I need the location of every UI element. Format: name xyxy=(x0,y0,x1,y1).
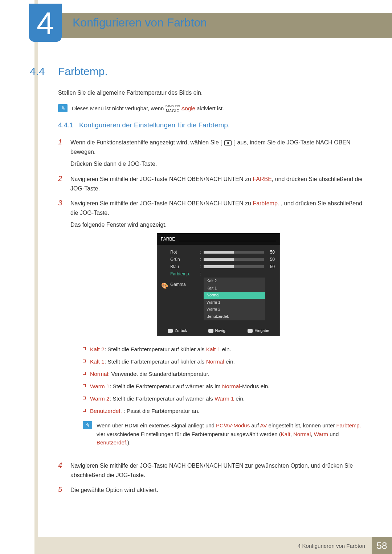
note1-pre: Dieses Menü ist nicht verfügbar, wenn xyxy=(72,105,166,111)
footer-text: 4 Konfigurieren von Farbton xyxy=(298,543,365,549)
osd-nav-button[interactable]: Navig. xyxy=(208,328,226,334)
page-number: 58 xyxy=(372,537,392,554)
step-1: Wenn die Funktionstastenhilfe angezeigt … xyxy=(70,138,367,169)
pcav-link[interactable]: PC/AV-Modus xyxy=(216,422,250,428)
step-4: Navigieren Sie mithilfe der JOG-Taste NA… xyxy=(70,461,367,480)
osd-row-label[interactable]: Farbtemp. xyxy=(170,271,200,278)
osd-back-button[interactable]: Zurück xyxy=(168,328,187,334)
osd-window: FARBE 🎨 Rot : 50 xyxy=(157,233,280,336)
note-icon: ✎ xyxy=(83,421,92,429)
bullet-icon xyxy=(83,347,86,350)
osd-title: FARBE xyxy=(161,236,175,243)
section-title: Farbtemp. xyxy=(58,65,108,78)
osd-row-label: Rot xyxy=(170,249,200,256)
option-kalt2: Kalt 2: Stellt die Farbtemperatur auf kü… xyxy=(90,345,231,354)
option-warm2: Warm 2: Stellt die Farbtemperatur auf wä… xyxy=(90,394,245,403)
option-warm1: Warm 1: Stellt die Farbtemperatur auf wä… xyxy=(90,382,270,391)
osd-value: 50 xyxy=(267,249,275,256)
subsection-number: 4.4.1 xyxy=(58,121,79,129)
bullet-icon xyxy=(83,397,86,399)
step-2: Navigieren Sie mithilfe der JOG-Taste NA… xyxy=(70,175,367,193)
palette-icon: 🎨 xyxy=(161,281,168,291)
step-number: 5 xyxy=(58,485,70,495)
step-number: 1 xyxy=(58,138,70,169)
osd-row-label: Grün xyxy=(170,256,200,263)
option-benutzerdef: Benutzerdef. : Passt die Farbtemperatur … xyxy=(90,407,200,415)
note-icon: ✎ xyxy=(58,104,68,112)
osd-slider[interactable] xyxy=(204,251,264,254)
step-5: Die gewählte Option wird aktiviert. xyxy=(70,485,367,495)
bullet-icon xyxy=(83,360,86,362)
chapter-number: 4 xyxy=(37,7,54,38)
bullet-icon xyxy=(83,372,86,375)
section-number: 4.4 xyxy=(0,65,58,78)
osd-row-label[interactable]: Gamma xyxy=(170,281,200,288)
note-hdmi: ✎ Wenn über HDMI ein externes Signal anl… xyxy=(83,421,367,447)
content: 4.4 Farbtemp. Stellen Sie die allgemeine… xyxy=(0,65,392,501)
step-3: Navigieren Sie mithilfe der JOG-Taste NA… xyxy=(70,199,367,455)
angle-link[interactable]: Angle xyxy=(181,105,195,111)
bullet-icon xyxy=(83,409,86,412)
page-footer: 4 Konfigurieren von Farbton 58 xyxy=(38,537,392,554)
option-kalt1: Kalt 1: Stellt die Farbtemperatur auf kü… xyxy=(90,357,235,366)
osd-row-label: Blau xyxy=(170,263,200,270)
step-number: 2 xyxy=(58,175,70,193)
bullet-icon xyxy=(83,384,86,387)
option-normal: Normal: Verwendet die Standardfarbtemper… xyxy=(90,370,209,378)
chapter-badge: 4 xyxy=(29,4,62,42)
osd-enter-button[interactable]: Eingabe xyxy=(248,328,269,334)
note1-post: aktiviert ist. xyxy=(197,105,224,111)
intro-text: Stellen Sie die allgemeine Farbtemperatu… xyxy=(58,89,367,98)
step-number: 3 xyxy=(58,199,70,455)
osd-title-underline xyxy=(179,234,276,241)
osd-slider[interactable] xyxy=(204,258,264,261)
menu-icon xyxy=(224,140,232,145)
subsection-title: Konfigurieren der Einstellungen für die … xyxy=(79,121,230,129)
osd-slider[interactable] xyxy=(204,265,264,268)
osd-value: 50 xyxy=(267,263,275,270)
samsung-magic-logo: SAMSUNG MAGIC xyxy=(166,105,180,112)
osd-value: 50 xyxy=(267,256,275,263)
step-number: 4 xyxy=(58,461,70,480)
note-availability: ✎ Dieses Menü ist nicht verfügbar, wenn … xyxy=(58,104,367,112)
chapter-title: Konfigurieren von Farbton xyxy=(73,16,207,29)
